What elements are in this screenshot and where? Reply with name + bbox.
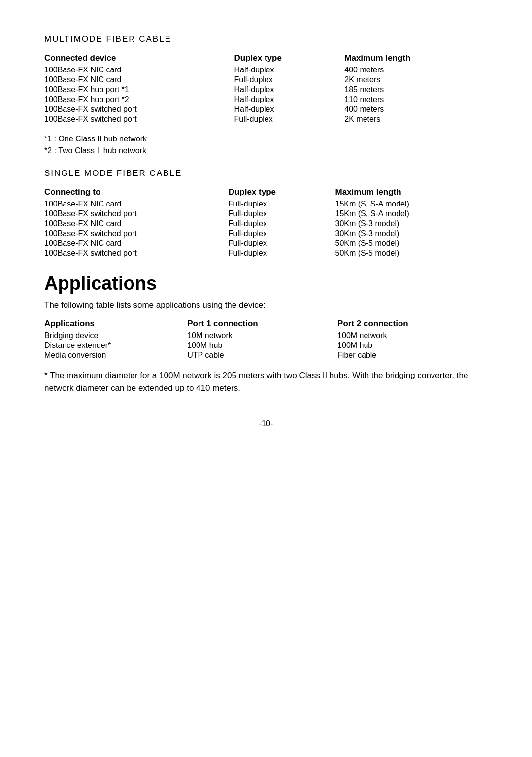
table-row: 100Base-FX switched port Full-duplex 15K… xyxy=(44,209,488,219)
list-item: 110 meters xyxy=(344,95,488,104)
list-item: 15Km (S, S-A model) xyxy=(335,199,488,209)
applications-col1-header: Applications xyxy=(44,319,187,331)
table-row: 100Base-FX NIC card Full-duplex 50Km (S-… xyxy=(44,239,488,248)
list-item: Full-duplex xyxy=(234,75,345,85)
list-item: Fiber cable xyxy=(337,350,488,360)
list-item: 30Km (S-3 model) xyxy=(335,229,488,239)
list-item: 15Km (S, S-A model) xyxy=(335,209,488,219)
table-row: 100Base-FX switched port Half-duplex 400… xyxy=(44,104,488,114)
multimode-footnotes: *1 : One Class II hub network *2 : Two C… xyxy=(44,133,488,157)
list-item: 100Base-FX switched port xyxy=(44,114,234,124)
singlemode-section: SINGLE MODE FIBER CABLE Connecting to Du… xyxy=(44,169,488,258)
list-item: 100Base-FX hub port *1 xyxy=(44,85,234,95)
list-item: Full-duplex xyxy=(229,219,335,229)
multimode-header-row: Connected device Duplex type Maximum len… xyxy=(44,53,488,65)
list-item: 100M hub xyxy=(187,341,337,350)
list-item: Half-duplex xyxy=(234,95,345,104)
list-item: 10M network xyxy=(187,331,337,341)
list-item: Full-duplex xyxy=(229,229,335,239)
multimode-col2-header: Duplex type xyxy=(234,53,345,65)
table-row: Bridging device 10M network 100M network xyxy=(44,331,488,341)
applications-heading: Applications xyxy=(44,273,488,294)
applications-table: Applications Port 1 connection Port 2 co… xyxy=(44,319,488,360)
list-item: 2K meters xyxy=(344,114,488,124)
list-item: Half-duplex xyxy=(234,104,345,114)
list-item: Media conversion xyxy=(44,350,187,360)
singlemode-title: SINGLE MODE FIBER CABLE xyxy=(44,169,488,178)
singlemode-col1-header: Connecting to xyxy=(44,187,229,199)
multimode-col1-header: Connected device xyxy=(44,53,234,65)
page-number: -10- xyxy=(259,419,273,428)
list-item: 100Base-FX switched port xyxy=(44,229,229,239)
table-row: Media conversion UTP cable Fiber cable xyxy=(44,350,488,360)
list-item: 100M hub xyxy=(337,341,488,350)
singlemode-header-row: Connecting to Duplex type Maximum length xyxy=(44,187,488,199)
multimode-section: MULTIMODE FIBER CABLE Connected device D… xyxy=(44,34,488,157)
list-item: 400 meters xyxy=(344,104,488,114)
table-row: 100Base-FX hub port *1 Half-duplex 185 m… xyxy=(44,85,488,95)
applications-table-container: Applications Port 1 connection Port 2 co… xyxy=(44,319,488,360)
list-item: 100Base-FX switched port xyxy=(44,248,229,258)
multimode-footnote-1: *1 : One Class II hub network xyxy=(44,133,488,145)
table-row: 100Base-FX switched port Full-duplex 2K … xyxy=(44,114,488,124)
list-item: 100Base-FX switched port xyxy=(44,104,234,114)
multimode-table: Connected device Duplex type Maximum len… xyxy=(44,53,488,124)
applications-section: Applications The following table lists s… xyxy=(44,273,488,395)
list-item: 30Km (S-3 model) xyxy=(335,219,488,229)
list-item: Full-duplex xyxy=(229,199,335,209)
table-row: 100Base-FX NIC card Full-duplex 30Km (S-… xyxy=(44,219,488,229)
applications-footnote: * The maximum diameter for a 100M networ… xyxy=(44,369,488,395)
multimode-title: MULTIMODE FIBER CABLE xyxy=(44,34,488,44)
list-item: 100Base-FX NIC card xyxy=(44,239,229,248)
list-item: 50Km (S-5 model) xyxy=(335,248,488,258)
table-row: 100Base-FX NIC card Full-duplex 15Km (S,… xyxy=(44,199,488,209)
list-item: 100Base-FX NIC card xyxy=(44,75,234,85)
applications-header-row: Applications Port 1 connection Port 2 co… xyxy=(44,319,488,331)
list-item: 2K meters xyxy=(344,75,488,85)
list-item: 100Base-FX NIC card xyxy=(44,219,229,229)
table-row: 100Base-FX NIC card Half-duplex 400 mete… xyxy=(44,65,488,75)
list-item: Full-duplex xyxy=(229,248,335,258)
list-item: 185 meters xyxy=(344,85,488,95)
applications-col2-header: Port 1 connection xyxy=(187,319,337,331)
applications-intro: The following table lists some applicati… xyxy=(44,300,488,310)
list-item: Distance extender* xyxy=(44,341,187,350)
singlemode-col3-header: Maximum length xyxy=(335,187,488,199)
table-row: 100Base-FX switched port Full-duplex 50K… xyxy=(44,248,488,258)
table-row: 100Base-FX switched port Full-duplex 30K… xyxy=(44,229,488,239)
list-item: 100M network xyxy=(337,331,488,341)
list-item: 100Base-FX switched port xyxy=(44,209,229,219)
list-item: Half-duplex xyxy=(234,65,345,75)
list-item: Full-duplex xyxy=(234,114,345,124)
list-item: 100Base-FX NIC card xyxy=(44,65,234,75)
list-item: 100Base-FX hub port *2 xyxy=(44,95,234,104)
multimode-col3-header: Maximum length xyxy=(344,53,488,65)
list-item: Bridging device xyxy=(44,331,187,341)
table-row: 100Base-FX NIC card Full-duplex 2K meter… xyxy=(44,75,488,85)
list-item: 400 meters xyxy=(344,65,488,75)
list-item: UTP cable xyxy=(187,350,337,360)
table-row: 100Base-FX hub port *2 Half-duplex 110 m… xyxy=(44,95,488,104)
list-item: Half-duplex xyxy=(234,85,345,95)
multimode-footnote-2: *2 : Two Class II hub network xyxy=(44,145,488,157)
table-row: Distance extender* 100M hub 100M hub xyxy=(44,341,488,350)
page-footer: -10- xyxy=(44,415,488,428)
singlemode-table-container: Connecting to Duplex type Maximum length… xyxy=(44,187,488,258)
multimode-table-container: Connected device Duplex type Maximum len… xyxy=(44,53,488,124)
singlemode-table: Connecting to Duplex type Maximum length… xyxy=(44,187,488,258)
singlemode-col2-header: Duplex type xyxy=(229,187,335,199)
list-item: 100Base-FX NIC card xyxy=(44,199,229,209)
applications-col3-header: Port 2 connection xyxy=(337,319,488,331)
list-item: Full-duplex xyxy=(229,239,335,248)
list-item: 50Km (S-5 model) xyxy=(335,239,488,248)
list-item: Full-duplex xyxy=(229,209,335,219)
